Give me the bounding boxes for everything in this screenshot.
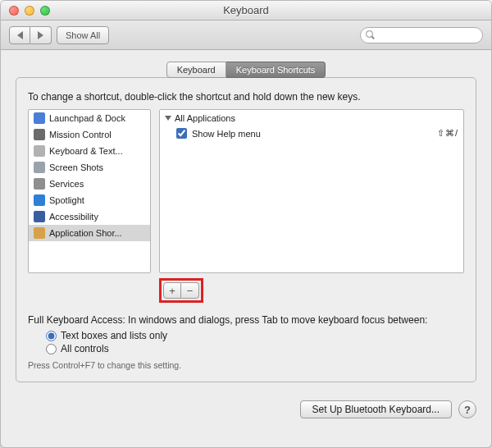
fka-option-label: All controls [61, 343, 109, 354]
shortcut-label: Show Help menu [192, 129, 261, 139]
fka-option-label: Text boxes and lists only [61, 330, 167, 341]
category-icon [34, 162, 45, 173]
preferences-window: Keyboard Show All Keyboard Keyboard Shor… [0, 0, 492, 448]
detail-group-label: All Applications [175, 113, 235, 123]
fka-option[interactable]: Text boxes and lists only [46, 329, 464, 342]
sidebar-item[interactable]: Spotlight [29, 192, 150, 208]
sidebar-item-label: Mission Control [49, 130, 112, 139]
sidebar-item-label: Accessibility [49, 212, 98, 222]
nav-group [9, 26, 52, 44]
shortcut-row[interactable]: Show Help menu⇧⌘/ [160, 126, 463, 140]
search-input[interactable] [369, 30, 482, 40]
sidebar-item-label: Services [49, 179, 84, 189]
full-keyboard-access: Full Keyboard Access: In windows and dia… [28, 314, 464, 370]
content: Keyboard Keyboard Shortcuts To change a … [1, 50, 491, 392]
close-icon[interactable] [9, 6, 19, 16]
highlight-annotation: + − [159, 278, 203, 303]
sidebar-item[interactable]: Mission Control [29, 126, 150, 143]
sidebar-item[interactable]: Keyboard & Text... [29, 143, 150, 159]
sidebar-item[interactable]: Services [29, 176, 150, 192]
bluetooth-keyboard-button[interactable]: Set Up Bluetooth Keyboard... [300, 400, 452, 418]
category-icon [34, 145, 45, 157]
sidebar-item-label: Launchpad & Dock [49, 113, 125, 123]
category-icon [34, 211, 45, 222]
category-icon [34, 227, 45, 239]
footer: Set Up Bluetooth Keyboard... ? [1, 392, 491, 428]
fka-radios: Text boxes and lists onlyAll controls [46, 329, 464, 355]
zoom-icon[interactable] [40, 6, 50, 16]
help-button[interactable]: ? [458, 400, 476, 418]
shortcut-checkbox[interactable] [176, 128, 187, 139]
sidebar-item[interactable]: Accessibility [29, 208, 150, 225]
forward-button[interactable] [30, 26, 52, 44]
chevron-left-icon [17, 31, 23, 39]
fka-radio[interactable] [46, 344, 57, 354]
sidebar-item[interactable]: Application Shor... [29, 225, 150, 241]
fka-option[interactable]: All controls [46, 342, 464, 355]
split-view: Launchpad & DockMission ControlKeyboard … [28, 109, 464, 273]
detail-group-header[interactable]: All Applications [160, 110, 463, 126]
disclosure-triangle-icon [165, 116, 171, 121]
tab-keyboard-shortcuts[interactable]: Keyboard Shortcuts [226, 62, 326, 78]
sidebar-item[interactable]: Launchpad & Dock [29, 110, 150, 126]
shortcuts-pane: To change a shortcut, double-click the s… [16, 77, 476, 382]
tab-keyboard[interactable]: Keyboard [166, 62, 226, 78]
fka-hint: Press Control+F7 to change this setting. [28, 360, 464, 370]
sidebar-item-label: Screen Shots [49, 162, 103, 172]
instruction-text: To change a shortcut, double-click the s… [28, 91, 464, 103]
titlebar: Keyboard [1, 1, 491, 21]
remove-button[interactable]: − [181, 282, 199, 299]
category-list[interactable]: Launchpad & DockMission ControlKeyboard … [28, 109, 151, 273]
add-button[interactable]: + [163, 282, 181, 299]
category-icon [34, 194, 45, 206]
sidebar-item-label: Application Shor... [49, 228, 122, 238]
show-all-button[interactable]: Show All [57, 26, 109, 44]
chevron-right-icon [38, 31, 43, 39]
category-icon [34, 112, 45, 124]
traffic-lights [1, 6, 50, 16]
minimize-icon[interactable] [25, 6, 34, 16]
search-field[interactable] [360, 27, 483, 43]
add-remove-wrap: + − [28, 278, 464, 303]
category-icon [34, 178, 45, 190]
fka-radio[interactable] [46, 331, 57, 341]
fka-label: Full Keyboard Access: In windows and dia… [28, 314, 464, 326]
sidebar-item[interactable]: Screen Shots [29, 159, 150, 176]
window-title: Keyboard [1, 4, 491, 16]
toolbar: Show All [1, 21, 491, 50]
sidebar-item-label: Keyboard & Text... [49, 146, 123, 156]
sidebar-item-label: Spotlight [49, 195, 84, 205]
back-button[interactable] [9, 26, 30, 44]
category-icon [34, 129, 45, 140]
shortcut-detail[interactable]: All Applications Show Help menu⇧⌘/ [159, 109, 464, 273]
shortcut-keys[interactable]: ⇧⌘/ [437, 128, 458, 139]
tabs: Keyboard Keyboard Shortcuts [16, 62, 476, 78]
